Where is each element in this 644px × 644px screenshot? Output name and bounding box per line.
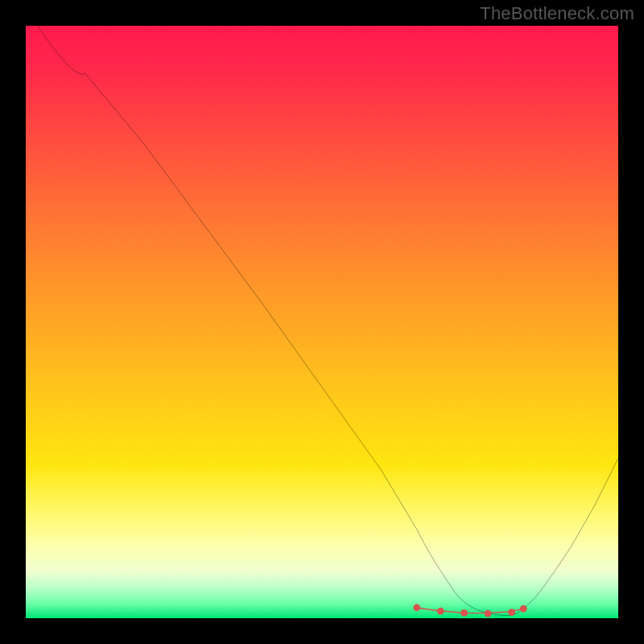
highlight-dot — [413, 604, 420, 611]
bottleneck-curve — [38, 26, 618, 615]
chart-lines-svg — [26, 26, 618, 618]
watermark-text: TheBottleneck.com — [480, 3, 634, 24]
highlight-dot — [485, 610, 492, 617]
plot-area — [26, 26, 618, 618]
highlight-band — [417, 608, 523, 613]
highlight-dot — [437, 608, 444, 615]
highlight-dot — [520, 605, 527, 613]
chart-frame: TheBottleneck.com — [0, 0, 644, 644]
highlight-dot — [460, 609, 468, 617]
highlight-dot — [508, 609, 515, 616]
